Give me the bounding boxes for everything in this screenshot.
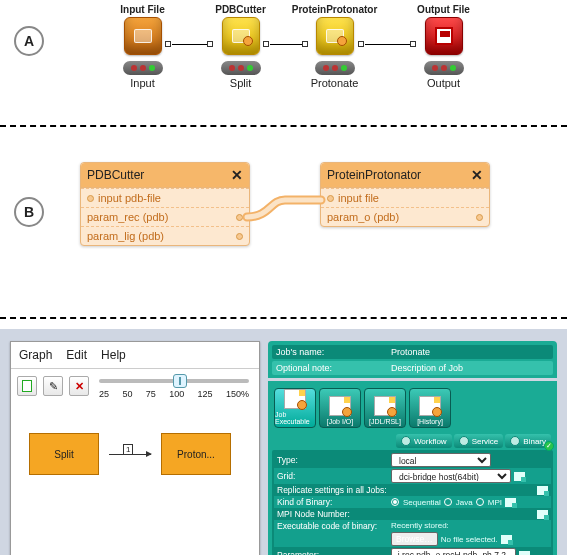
slider-track: [99, 379, 249, 383]
label: Replicate settings in all Jobs:: [277, 485, 387, 495]
row-kind-of-binary: Kind of Binary: Sequential Java MPI: [274, 496, 551, 508]
slider-ticks: 25 50 75 100 125 150%: [99, 389, 249, 399]
arrow-label: 1: [123, 444, 133, 455]
port-label: param_o (pdb): [327, 211, 476, 223]
slider-thumb-icon[interactable]: [173, 374, 187, 388]
radio-sequential[interactable]: [391, 498, 399, 506]
job-io-button[interactable]: [Job I/O]: [319, 388, 361, 428]
button-label: [Job I/O]: [327, 418, 353, 425]
history-button[interactable]: [History]: [409, 388, 451, 428]
document-icon: [284, 389, 306, 409]
type-select[interactable]: local: [391, 453, 491, 467]
config-form: Type: local Grid: dci-bridge host(64bit)…: [272, 450, 553, 555]
expand-icon[interactable]: [519, 551, 530, 556]
gear-icon: [342, 407, 352, 417]
status-leds: [123, 61, 163, 75]
expand-icon[interactable]: [514, 472, 525, 481]
connection-curve: [245, 197, 325, 237]
card-header: ProteinProtonator ✕: [321, 163, 489, 188]
port-row-param-o[interactable]: param_o (pdb): [321, 207, 489, 226]
radio-java[interactable]: [444, 498, 452, 506]
job-executable-button[interactable]: Job Executable: [274, 388, 316, 428]
value: Protonate: [391, 347, 549, 357]
row-executable: Executable code of binary: Recently stor…: [274, 520, 551, 547]
menu-help[interactable]: Help: [101, 348, 126, 362]
expand-icon[interactable]: [501, 535, 512, 544]
label: Optional note:: [276, 363, 391, 373]
block-tag: 0: [34, 433, 46, 434]
menubar: Graph Edit Help: [11, 342, 259, 369]
port-row-param-lig[interactable]: param_lig (pdb): [81, 226, 249, 245]
label: Parameter:: [277, 550, 387, 555]
node-card-pdbcutter[interactable]: PDBCutter ✕ input pdb-file param_rec (pd…: [80, 162, 250, 246]
toolbar: ✎ ✕ 25 50 75 100 125 150%: [11, 369, 259, 403]
zoom-slider[interactable]: 25 50 75 100 125 150%: [95, 373, 253, 399]
port-icon: [207, 41, 213, 47]
expand-icon[interactable]: [537, 510, 548, 519]
tick: 100: [169, 389, 184, 399]
port-icon: [358, 41, 364, 47]
status-leds: [315, 61, 355, 75]
node-output-file[interactable]: Output File Output: [406, 4, 481, 89]
button-label: Job Executable: [275, 411, 315, 425]
tab-binary[interactable]: Binary✓: [505, 434, 551, 448]
tab-service[interactable]: Service: [454, 434, 504, 448]
label: Type:: [277, 455, 387, 465]
close-icon[interactable]: ✕: [231, 167, 243, 183]
status-leds: [221, 61, 261, 75]
node-card-proteinprotonator[interactable]: ProteinProtonator ✕ input file param_o (…: [320, 162, 490, 227]
node-caption: Split: [203, 77, 278, 89]
document-icon: [374, 396, 396, 416]
port-icon: [263, 41, 269, 47]
jdl-rsl-button[interactable]: [JDL/RSL]: [364, 388, 406, 428]
port-icon: [476, 214, 483, 221]
label: Job's name:: [276, 347, 391, 357]
port-row-input[interactable]: input pdb-file: [81, 188, 249, 207]
expand-icon[interactable]: [505, 498, 516, 507]
button-label: [History]: [417, 418, 443, 425]
job-config-panel: Job's name: Protonate Optional note: Des…: [268, 341, 557, 555]
menu-edit[interactable]: Edit: [66, 348, 87, 362]
divider: [0, 317, 567, 319]
new-doc-button[interactable]: [17, 376, 37, 396]
card-header: PDBCutter ✕: [81, 163, 249, 188]
graph-canvas[interactable]: 0 Split 0 1 Proton... 1: [11, 403, 259, 503]
row-mpi-node: MPI Node Number:: [274, 508, 551, 520]
edit-button[interactable]: ✎: [43, 376, 63, 396]
browse-button[interactable]: Browse…: [391, 532, 438, 546]
close-icon[interactable]: ✕: [471, 167, 483, 183]
toolbar-icons: Job Executable [Job I/O] [JDL/RSL] [Hist…: [272, 384, 553, 432]
tab-label: Service: [472, 437, 499, 446]
node-caption: Input: [105, 77, 180, 89]
radio-label: Java: [456, 498, 473, 507]
tick: 50: [122, 389, 132, 399]
menu-graph[interactable]: Graph: [19, 348, 52, 362]
port-icon: [165, 41, 171, 47]
radio-mpi[interactable]: [476, 498, 484, 506]
tab-workflow[interactable]: Workflow: [396, 434, 452, 448]
block-tag: 0: [166, 433, 178, 434]
block-split[interactable]: 0 Split: [29, 433, 99, 475]
gear-icon: [387, 407, 397, 417]
status-leds: [424, 61, 464, 75]
button-label: [JDL/RSL]: [369, 418, 401, 425]
tick: 75: [146, 389, 156, 399]
node-title: Input File: [105, 4, 180, 15]
section-label-b: B: [14, 197, 44, 227]
node-title: ProteinProtonator: [281, 4, 388, 15]
gear-icon: [432, 407, 442, 417]
port-row-input[interactable]: input file: [321, 188, 489, 207]
port-icon: [87, 195, 94, 202]
expand-icon[interactable]: [537, 486, 548, 495]
grid-select[interactable]: dci-bridge host(64bit): [391, 469, 511, 483]
port-row-param-rec[interactable]: param_rec (pdb): [81, 207, 249, 226]
parameter-input[interactable]: [391, 548, 516, 555]
divider: [268, 378, 557, 381]
delete-button[interactable]: ✕: [69, 376, 89, 396]
port-icon: [327, 195, 334, 202]
card-title: ProteinProtonator: [327, 168, 421, 182]
tab-label: Workflow: [414, 437, 447, 446]
node-title: Output File: [406, 4, 481, 15]
node-title: PDBCutter: [203, 4, 278, 15]
block-protonate[interactable]: 0 1 Proton...: [161, 433, 231, 475]
